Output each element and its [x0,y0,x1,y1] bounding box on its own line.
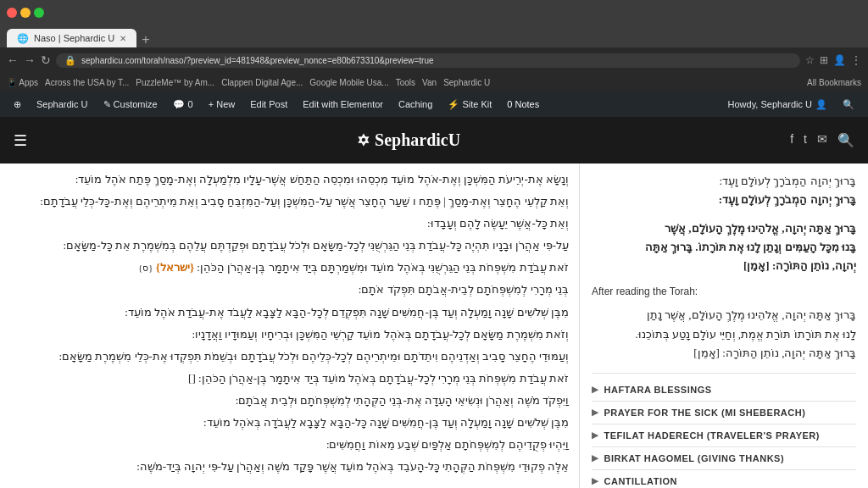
comments-count: 0 [188,99,193,109]
hebrew-line-12: מִבֶּן שְׁלֹשִׁים שָׁנָה וָמַעְלָה וְעַד… [10,413,569,432]
email-icon[interactable]: ✉ [817,132,827,148]
wp-comments[interactable]: 💬 0 [166,92,200,117]
back-button[interactable]: ← [7,53,19,67]
wp-search-button[interactable]: 🔍 [836,92,861,117]
hebrew-line-9: וְעַמּוּדֵי הֶחָצֵר סָבִיב וְאַדְנֵיהֶם … [10,347,569,366]
active-tab[interactable]: 🌐 Naso | Sephardic U ✕ [7,29,136,47]
logo-text: SephardicU [375,130,460,150]
minimize-button[interactable] [20,8,31,18]
wp-edit-elementor[interactable]: Edit with Elementor [296,92,390,117]
tab-close-button[interactable]: ✕ [120,34,126,43]
wp-customize[interactable]: ✎ Customize [97,92,164,117]
howdy-label: Howdy, Sephardic U [728,99,812,109]
hebrew-line-7: מִבֶּן שְׁלֹשִׁים שָׁנָה וָמַעְלָה וְעַד… [10,303,569,322]
blessing-3-line3: בָּרוּךְ אַתָּה יְהוָה, נוֹתֵן הַתּוֹרָה… [592,344,856,363]
wp-howdy[interactable]: Howdy, Sephardic U 👤 [721,92,834,117]
address-bar: ← → ↻ 🔒 sephardicu.com/torah/naso/?previ… [0,47,868,73]
bookmark-5[interactable]: Tools [396,78,415,87]
hebrew-line-14: אֵלֶּה פְקוּדֵי מִשְׁפְּחֹת הַקְּהָתִי כ… [10,458,569,476]
new-tab-button[interactable]: + [136,32,154,47]
url-text: sephardicu.com/torah/naso/?preview_id=48… [81,56,434,65]
refresh-button[interactable]: ↻ [41,53,51,67]
chevron-icon-4: ▶ [592,453,599,463]
wp-search-icon: 🔍 [843,99,854,110]
site-kit-label: ⚡ Site Kit [448,99,492,110]
window-controls [7,8,44,18]
right-panel: בָּרוּךְ יְהוָה הַמְבֹרָךְ לְעוֹלָם וָעֶ… [580,164,868,488]
edit-post-label: Edit Post [250,99,287,109]
accordion-tefilat[interactable]: ▶ TEFILAT HADERECH (TRAVELER'S PRAYER) [592,424,856,447]
tab-title: Naso | Sephardic U [34,33,114,43]
bookmark-7[interactable]: Sephardic U [443,78,490,87]
wp-logo-button[interactable]: ⊕ [7,92,28,117]
menu-icon[interactable]: ⋮ [851,54,861,66]
accordion-cantillation-label: CANTILLATION [604,476,677,486]
wp-notes[interactable]: 0 Notes [500,92,546,117]
site-logo[interactable]: ✡ SephardicU [357,130,460,150]
extensions-icon[interactable]: ⊞ [820,54,828,66]
all-bookmarks[interactable]: All Bookmarks [807,78,861,87]
bookmarks-bar: 📱 Apps Across the USA by T... PuzzleMe™ … [0,73,868,92]
bookmark-1[interactable]: Across the USA by T... [45,78,129,87]
accordion-section: ▶ HAFTARA BLESSINGS ▶ PRAYER FOR THE SIC… [592,373,856,488]
search-icon[interactable]: 🔍 [837,132,854,148]
hebrew-line-13: וַיִּהְיוּ פְקֻדֵיהֶם לְמִשְׁפְּחֹתָם אַ… [10,435,569,454]
wp-icon: ⊕ [14,99,21,110]
notes-label: 0 Notes [507,99,539,109]
bookmark-6[interactable]: Van [422,78,437,87]
blessing-1-line1: בָּרוּךְ יְהוָה הַמְבֹרָךְ לְעוֹלָם וָעֶ… [592,172,856,191]
wp-site-name[interactable]: Sephardic U [30,92,95,117]
accordion-birkat-label: BIRKAT HAGOMEL (GIVING THANKS) [604,453,785,463]
lock-icon: 🔒 [64,55,76,66]
hebrew-line-4: עַל-פִּי אַהֲרֹן וּבָנָיו תִּהְיֶה כָּל-… [10,236,569,255]
customize-label: ✎ Customize [103,99,158,110]
wp-site-kit[interactable]: ⚡ Site Kit [441,92,498,117]
hebrew-line-11: וַיִּפְקֹד מֹשֶׁה וְאַהֲרֹן וּנְשִׂיאֵי … [10,391,569,410]
blessing-3-line2: לָנוּ אֶת תּוֹרָתוֹ תּוֹרַת אֱמֶת, וְחַי… [592,325,856,344]
caching-label: Caching [398,99,432,109]
site-name-label: Sephardic U [36,99,88,109]
blessing-section-3: בָּרוּךְ אַתָּה יְהוָה, אֱלֹהֵינוּ מֶלֶך… [592,306,856,362]
accordion-haftara[interactable]: ▶ HAFTARA BLESSINGS [592,379,856,402]
hebrew-line-5: זֹאת עֲבֹדַת מִשְׁפְּחֹת בְּנֵי הַגֵּרְש… [10,258,569,277]
elementor-label: Edit with Elementor [303,99,383,109]
hebrew-line-10: זֹאת עֲבֹדַת מִשְׁפְּחֹת בְּנֵי מְרָרִי … [10,369,569,388]
hamburger-menu[interactable]: ☰ [14,131,27,150]
apps-bookmark[interactable]: 📱 Apps [7,78,38,87]
accordion-birkat[interactable]: ▶ BIRKAT HAGOMEL (GIVING THANKS) [592,447,856,470]
bookmark-2[interactable]: PuzzleMe™ by Am... [136,78,214,87]
bookmark-3[interactable]: Clappen Digital Age... [221,78,303,87]
hebrew-line-8: וְזֹאת מִשְׁמֶרֶת מַשָּׂאָם לְכָל-עֲבֹדָ… [10,325,569,344]
blessing-2-line2: בָּנוּ מִכָּל הָעַמִּים וְנָתַן לָנוּ אֶ… [592,238,856,257]
chevron-icon: ▶ [592,385,599,394]
hebrew-line-3: וְאֵת כָּל-אֲשֶׁר יֵעָשֶׂה לָהֶם וְעָבָד… [10,214,569,233]
logo-icon: ✡ [357,131,370,150]
hebrew-line-2: וְאֵת קַלְעֵי הֶחָצֵר וְאֶת-מָסַךְ | פֶּ… [10,192,569,211]
comments-icon: 💬 [173,99,185,110]
blessing-2-line3: יְהוָה, נוֹתֵן הַתּוֹרָה: [אָמֵן] [592,257,856,275]
accordion-cantillation[interactable]: ▶ CANTILLATION [592,470,856,488]
hebrew-text-panel: וְנָשָׂא אֶת-יְרֵיעֹת הַמִּשְׁכָּן וְאֶת… [0,164,580,488]
url-input[interactable]: 🔒 sephardicu.com/torah/naso/?preview_id=… [56,53,800,68]
user-avatar: 👤 [815,99,827,110]
twitter-icon[interactable]: t [804,132,807,148]
star-icon[interactable]: ☆ [805,54,815,66]
chevron-icon-5: ▶ [592,476,599,485]
hebrew-line-6: בְּנֵי מְרָרִי לְמִשְׁפְּחֹתָם לְבֵית-אֲ… [10,280,569,299]
blessing-2-line1: בָּרוּךְ אַתָּה יְהוָה, אֱלֹהֵינוּ מֶלֶך… [592,219,856,238]
forward-button[interactable]: → [24,53,36,67]
browser-chrome [0,0,868,25]
accordion-mi-sheberach[interactable]: ▶ PRAYER FOR THE SICK (MI SHEBERACH) [592,402,856,424]
chevron-icon-3: ▶ [592,430,599,440]
facebook-icon[interactable]: f [790,132,793,148]
wp-caching[interactable]: Caching [392,92,439,117]
blessing-section-1: בָּרוּךְ יְהוָה הַמְבֹרָךְ לְעוֹלָם וָעֶ… [592,172,856,209]
accordion-mi-sheberach-label: PRAYER FOR THE SICK (MI SHEBERACH) [604,408,806,418]
profile-icon[interactable]: 👤 [833,54,846,66]
new-label: + New [209,99,236,109]
wp-new[interactable]: + New [202,92,242,117]
maximize-button[interactable] [34,8,44,18]
close-button[interactable] [7,8,17,18]
wp-edit-post[interactable]: Edit Post [243,92,294,117]
bookmark-4[interactable]: Google Mobile Usa... [309,78,388,87]
